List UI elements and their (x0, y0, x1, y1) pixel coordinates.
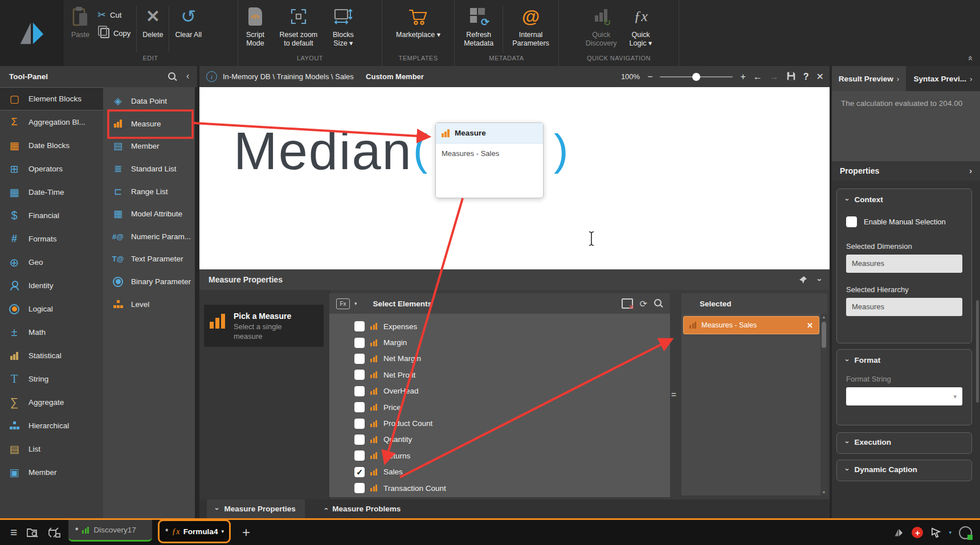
pyramid-gray-icon[interactable] (893, 527, 904, 538)
dynamic-caption-section-header[interactable]: › Dynamic Caption (837, 460, 971, 474)
collapse-measure-panel-icon[interactable]: › (815, 278, 825, 281)
refresh-metadata-button[interactable]: ⟳ Refresh Metadata (460, 3, 497, 49)
measure-row-sales[interactable]: ✓Sales (329, 464, 670, 480)
copy-button[interactable]: Copy (94, 25, 134, 41)
checkbox[interactable] (354, 419, 365, 429)
flyout-item-numeric-parameter[interactable]: #@Numeric Param... (103, 226, 195, 248)
panel-resize-grip[interactable]: = (671, 390, 676, 399)
measure-row-net-profit[interactable]: Net Profit (329, 367, 670, 383)
scroll-down-icon[interactable]: ▼ (822, 490, 826, 494)
scrollbar-thumb[interactable] (822, 322, 826, 348)
tab-measure-properties[interactable]: › Measure Properties (207, 499, 305, 518)
checkbox[interactable] (354, 386, 365, 396)
tab-discovery17[interactable]: * Discovery17 (68, 520, 152, 542)
collapse-ribbon-icon[interactable]: « (966, 56, 975, 60)
sidebar-item-statistical[interactable]: Statistical (0, 344, 103, 367)
search-icon[interactable] (654, 299, 663, 308)
redo-button[interactable]: → (770, 72, 779, 81)
checkbox[interactable] (354, 435, 365, 445)
sidebar-item-operators[interactable]: ⊞Operators (0, 157, 103, 181)
flyout-item-measure[interactable]: Measure (103, 113, 195, 136)
flyout-item-standard-list[interactable]: ≣Standard List (103, 158, 195, 181)
status-spiral-icon[interactable] (959, 526, 972, 539)
internal-parameters-button[interactable]: @ Internal Parameters (509, 3, 553, 49)
zoom-in-button[interactable]: + (740, 72, 745, 81)
reset-zoom-button[interactable]: Reset zoom to default (269, 3, 328, 49)
flyout-item-binary-parameter[interactable]: Binary Parameter (103, 271, 195, 293)
fx-caret-icon[interactable]: ▾ (354, 301, 357, 306)
flyout-item-model-attribute[interactable]: ▦Model Attribute (103, 203, 195, 226)
clear-selection-icon[interactable] (622, 298, 633, 309)
properties-header[interactable]: Properties › (832, 161, 980, 181)
measure-row-overhead[interactable]: OverHead (329, 383, 670, 399)
app-logo[interactable] (0, 0, 63, 66)
execution-section-header[interactable]: › Execution (837, 433, 971, 446)
flyout-item-data-point[interactable]: ◈Data Point (103, 90, 195, 113)
zoom-slider-thumb[interactable] (692, 73, 700, 81)
sidebar-item-identity[interactable]: Identity (0, 274, 103, 297)
flyout-item-member[interactable]: ▤Member (103, 135, 195, 158)
sidebar-item-hierarchical[interactable]: Hierarchical (0, 414, 103, 437)
measure-row-price[interactable]: Price (329, 399, 670, 415)
sidebar-item-aggregation-blocks[interactable]: ΣAggregation Bl... (0, 110, 103, 134)
info-icon[interactable]: i (206, 71, 217, 82)
checkbox[interactable] (354, 402, 365, 412)
tab-syntax-preview[interactable]: Syntax Previ... › (906, 66, 980, 91)
sidebar-item-element-blocks[interactable]: ▢Element Blocks (0, 87, 103, 110)
enable-manual-selection-checkbox[interactable] (846, 216, 857, 227)
measure-row-transaction-count[interactable]: Transaction Count (329, 480, 670, 496)
format-section-header[interactable]: › Format (837, 350, 971, 364)
format-string-dropdown[interactable]: ▾ (846, 387, 962, 405)
fx-dropdown[interactable]: Fx (336, 298, 350, 309)
checkbox[interactable] (354, 370, 365, 380)
tab-measure-problems[interactable]: › Measure Problems (315, 499, 410, 518)
pin-icon[interactable] (799, 276, 807, 284)
marketplace-button[interactable]: Marketplace ▾ (393, 3, 444, 40)
properties-scrollbar[interactable] (976, 300, 979, 403)
search-icon[interactable] (168, 72, 177, 81)
hamburger-menu-icon[interactable]: ≡ (10, 526, 17, 539)
quick-discovery-button[interactable]: ↻ Quick Discovery (582, 3, 620, 49)
selected-chip[interactable]: Measures - Sales ✕ (683, 316, 819, 334)
checkbox[interactable] (354, 321, 365, 331)
sidebar-item-geo[interactable]: ⊕Geo (0, 251, 103, 274)
checkbox[interactable] (354, 354, 365, 364)
blocks-size-button[interactable]: Blocks Size ▾ (329, 3, 357, 49)
checkbox[interactable] (354, 450, 365, 461)
checkbox[interactable] (354, 338, 365, 348)
notification-badge[interactable]: + (912, 527, 923, 538)
model-icon[interactable] (48, 527, 60, 538)
measure-row-quantity[interactable]: Quantity (329, 432, 670, 448)
script-mode-button[interactable]: </> Script Mode (243, 3, 268, 49)
flyout-item-range-list[interactable]: ⊏Range List (103, 180, 195, 203)
clear-all-button[interactable]: ↺ Clear All (172, 3, 205, 40)
sidebar-item-financial[interactable]: $Financial (0, 204, 103, 227)
scroll-up-icon[interactable]: ▲ (822, 315, 826, 319)
checkbox[interactable] (354, 483, 365, 493)
selected-dimension-input[interactable]: Measures (846, 255, 962, 273)
zoom-out-button[interactable]: − (647, 72, 652, 81)
sidebar-item-math[interactable]: ±Math (0, 321, 103, 344)
measure-row-margin[interactable]: Margin (329, 334, 670, 350)
measure-row-net-margin[interactable]: Net Margin (329, 351, 670, 367)
measure-row-expenses[interactable]: Expenses (329, 318, 670, 334)
checkbox-checked[interactable]: ✓ (354, 467, 365, 477)
sidebar-item-logical[interactable]: Logical (0, 297, 103, 321)
help-button[interactable]: ? (803, 72, 809, 81)
selected-scrollbar[interactable]: ▲ ▼ (820, 314, 827, 495)
flyout-item-level[interactable]: Level (103, 293, 195, 315)
undo-button[interactable]: ← (753, 72, 762, 81)
sidebar-item-string[interactable]: TString (0, 367, 103, 391)
paste-button[interactable]: Paste (68, 3, 93, 40)
new-tab-button[interactable]: + (242, 524, 250, 540)
sidebar-item-date-time[interactable]: ▦Date-Time (0, 181, 103, 204)
close-button[interactable]: ✕ (816, 72, 824, 81)
context-section-header[interactable]: › Context (837, 189, 971, 204)
content-explorer-icon[interactable] (26, 527, 39, 538)
delete-button[interactable]: ✕ Delete (139, 3, 166, 40)
collapse-panel-icon[interactable]: › (186, 72, 189, 82)
sidebar-item-list[interactable]: ▤List (0, 437, 103, 461)
measure-block-card[interactable]: Measure Measures - Sales (435, 122, 544, 198)
sidebar-item-date-blocks[interactable]: ▦Date Blocks (0, 134, 103, 157)
sidebar-item-aggregate[interactable]: ∑Aggregate (0, 391, 103, 414)
